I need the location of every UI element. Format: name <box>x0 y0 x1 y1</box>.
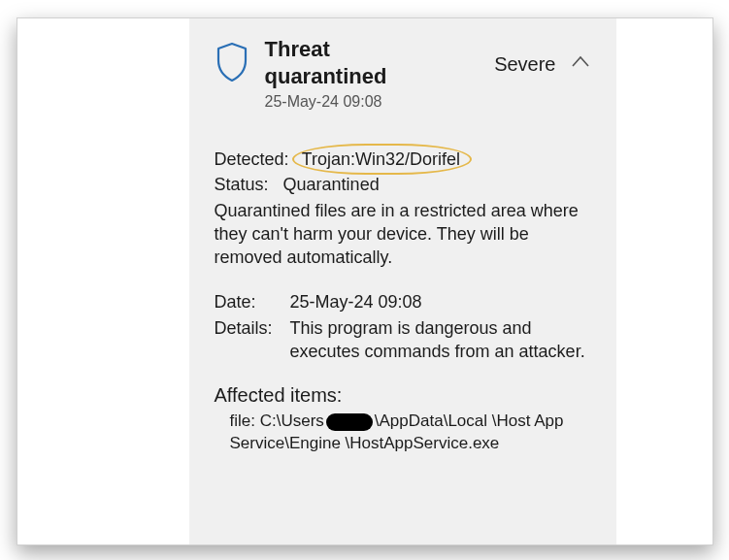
detected-label: Detected: <box>215 149 289 169</box>
severity-block[interactable]: Severe <box>494 36 590 77</box>
details-label: Details: <box>215 316 282 364</box>
detected-row: Detected: Trojan:Win32/Dorifel <box>215 148 591 171</box>
detected-value: Trojan:Win32/Dorifel <box>302 149 460 169</box>
shield-icon <box>215 36 249 86</box>
threat-card[interactable]: Threat quarantined 25-May-24 09:08 Sever… <box>189 18 616 544</box>
affected-file-path: file: C:\Users\AppData\Local \Host App S… <box>215 411 591 455</box>
affected-items-heading: Affected items: <box>215 384 591 407</box>
screenshot-frame: Threat quarantined 25-May-24 09:08 Sever… <box>17 17 713 545</box>
status-value: Quarantined <box>283 175 380 194</box>
threat-header: Threat quarantined 25-May-24 09:08 Sever… <box>215 36 591 111</box>
details-value: This program is dangerous and executes c… <box>290 316 591 364</box>
file-path-prefix: file: C:\Users <box>230 412 324 430</box>
details-row: Details: This program is dangerous and e… <box>215 316 591 364</box>
status-description: Quarantined files are in a restricted ar… <box>215 199 591 270</box>
chevron-up-icon[interactable] <box>570 51 591 77</box>
status-row: Status: Quarantined <box>215 173 591 196</box>
date-details-block: Date: 25-May-24 09:08 Details: This prog… <box>215 290 591 363</box>
status-label: Status: <box>215 175 269 194</box>
threat-timestamp: 25-May-24 09:08 <box>265 93 480 111</box>
threat-title-block: Threat quarantined 25-May-24 09:08 <box>265 36 480 111</box>
detected-value-highlight: Trojan:Win32/Dorifel <box>294 148 468 171</box>
redacted-username <box>326 413 373 431</box>
severity-label: Severe <box>494 53 555 76</box>
date-row: Date: 25-May-24 09:08 <box>215 290 591 313</box>
date-value: 25-May-24 09:08 <box>290 290 591 313</box>
threat-title-line2: quarantined <box>265 63 480 90</box>
threat-title-line1: Threat <box>265 36 480 63</box>
date-label: Date: <box>215 290 282 313</box>
